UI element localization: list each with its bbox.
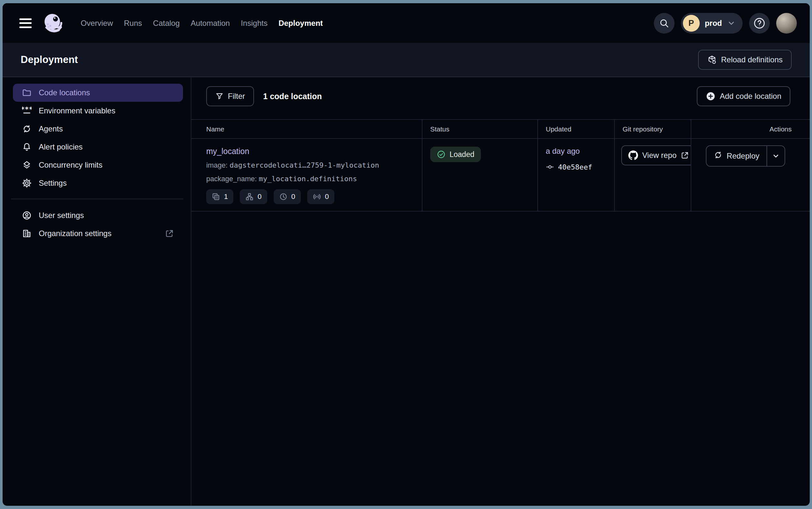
sidebar-item-code-locations[interactable]: Code locations (13, 83, 183, 102)
image-meta: image: dagstercodelocati…2759-1-mylocati… (206, 161, 414, 170)
actions-cell: Redeploy (691, 139, 810, 211)
filter-button[interactable]: Filter (206, 86, 254, 106)
image-label: image: (206, 161, 227, 169)
dagster-logo-icon[interactable] (43, 12, 64, 34)
sidebar-item-label: Organization settings (39, 229, 111, 238)
sensors-count-badge[interactable]: 0 (307, 189, 334, 204)
layers-icon (22, 160, 32, 170)
sensor-icon (313, 193, 321, 201)
filter-icon (215, 92, 224, 100)
organization-icon (22, 229, 32, 238)
add-code-location-button[interactable]: Add code location (697, 86, 790, 106)
table-header-row: Name Status Updated Git repository Actio… (191, 120, 810, 139)
redeploy-more-options-button[interactable] (767, 146, 784, 166)
status-label: Loaded (450, 150, 474, 159)
sidebar-item-agents[interactable]: Agents (13, 120, 183, 138)
status-cell: Loaded (422, 139, 538, 211)
help-button[interactable] (749, 13, 770, 34)
sidebar-item-settings[interactable]: Settings (13, 174, 183, 192)
top-nav-right: P prod (654, 13, 797, 34)
filter-label: Filter (228, 92, 245, 101)
sidebar-item-label: Settings (39, 179, 67, 188)
search-button[interactable] (654, 13, 674, 34)
page-header: Deployment Reload definitions (3, 43, 810, 77)
package-label: package_name: (206, 175, 257, 183)
view-repo-button[interactable]: View repo (621, 145, 691, 165)
clock-icon (279, 193, 288, 201)
sidebar-item-organization-settings[interactable]: Organization settings (13, 225, 183, 243)
deployment-name: prod (705, 19, 722, 28)
sidebar-item-label: Concurrency limits (39, 161, 102, 170)
sidebar-item-label: Agents (39, 124, 63, 133)
code-locations-panel: Filter 1 code location Add code location… (191, 77, 810, 506)
sidebar-item-label: Code locations (39, 88, 90, 97)
nav-item-deployment[interactable]: Deployment (279, 19, 323, 28)
redeploy-split-button: Redeploy (706, 145, 785, 167)
help-icon (753, 17, 766, 30)
page-title: Deployment (21, 54, 78, 66)
definition-count-badges: 1 0 (206, 189, 414, 204)
image-value: dagstercodelocati…2759-1-mylocation (229, 161, 379, 169)
primary-nav-items: Overview Runs Catalog Automation Insight… (81, 19, 323, 28)
sidebar-item-concurrency-limits[interactable]: Concurrency limits (13, 156, 183, 174)
deployment-initial-badge: P (683, 15, 700, 32)
code-location-link[interactable]: my_location (206, 147, 249, 156)
deployment-switcher[interactable]: P prod (681, 13, 743, 34)
reload-definitions-button[interactable]: Reload definitions (698, 50, 792, 70)
column-header-status: Status (422, 120, 538, 138)
nav-item-automation[interactable]: Automation (191, 19, 230, 28)
content-area: Code locations *** Environment variables (3, 77, 810, 506)
top-nav: Overview Runs Catalog Automation Insight… (3, 3, 810, 43)
table-row: my_location image: dagstercodelocati…275… (191, 139, 810, 211)
column-header-updated: Updated (538, 120, 614, 138)
commit-row: 40e58eef (546, 163, 606, 171)
sidebar-item-label: Alert policies (39, 142, 83, 151)
github-icon (628, 150, 638, 160)
sidebar-item-user-settings[interactable]: User settings (13, 206, 183, 225)
git-repository-cell: View repo (614, 139, 691, 211)
check-circle-icon (437, 150, 446, 159)
nav-item-runs[interactable]: Runs (124, 19, 142, 28)
sidebar-item-environment-variables[interactable]: *** Environment variables (13, 102, 183, 120)
commit-hash[interactable]: 40e58eef (558, 163, 592, 171)
assets-count-badge[interactable]: 1 (206, 189, 233, 204)
sidebar-item-label: Environment variables (39, 106, 115, 115)
nav-item-insights[interactable]: Insights (241, 19, 267, 28)
schedules-count-badge[interactable]: 0 (274, 189, 301, 204)
gear-icon (22, 178, 32, 188)
plus-circle-icon (706, 92, 715, 101)
updated-time-link[interactable]: a day ago (546, 147, 580, 156)
code-location-count: 1 code location (263, 92, 322, 101)
sidebar-item-label: User settings (39, 211, 84, 220)
assets-icon (212, 193, 220, 201)
nav-item-catalog[interactable]: Catalog (153, 19, 180, 28)
code-locations-table: Name Status Updated Git repository Actio… (191, 119, 810, 211)
code-locations-toolbar: Filter 1 code location Add code location (191, 86, 810, 106)
screenshot-frame: Overview Runs Catalog Automation Insight… (0, 0, 812, 509)
updated-cell: a day ago 40e58eef (538, 139, 614, 211)
sensors-count: 0 (325, 193, 329, 201)
redeploy-button[interactable]: Redeploy (706, 146, 767, 166)
package-value: my_location.definitions (259, 175, 357, 183)
reload-definitions-label: Reload definitions (721, 55, 783, 64)
bell-icon (22, 142, 32, 152)
sidebar-item-alert-policies[interactable]: Alert policies (13, 138, 183, 156)
commit-icon (546, 163, 554, 171)
jobs-count-badge[interactable]: 0 (240, 189, 267, 204)
status-badge: Loaded (430, 147, 481, 162)
reload-definitions-icon (707, 55, 717, 65)
external-link-icon (681, 151, 689, 160)
external-link-icon (165, 229, 174, 238)
menu-icon[interactable] (20, 19, 32, 28)
env-vars-icon: *** (22, 106, 32, 115)
user-circle-icon (22, 211, 32, 220)
redeploy-label: Redeploy (727, 151, 760, 161)
deployment-sidebar: Code locations *** Environment variables (3, 77, 191, 506)
jobs-icon (245, 193, 254, 201)
nav-item-overview[interactable]: Overview (81, 19, 113, 28)
chevron-down-icon (727, 19, 736, 28)
assets-count: 1 (224, 193, 228, 201)
package-meta: package_name: my_location.definitions (206, 175, 414, 183)
sidebar-divider (11, 199, 184, 199)
user-avatar[interactable] (776, 13, 797, 34)
